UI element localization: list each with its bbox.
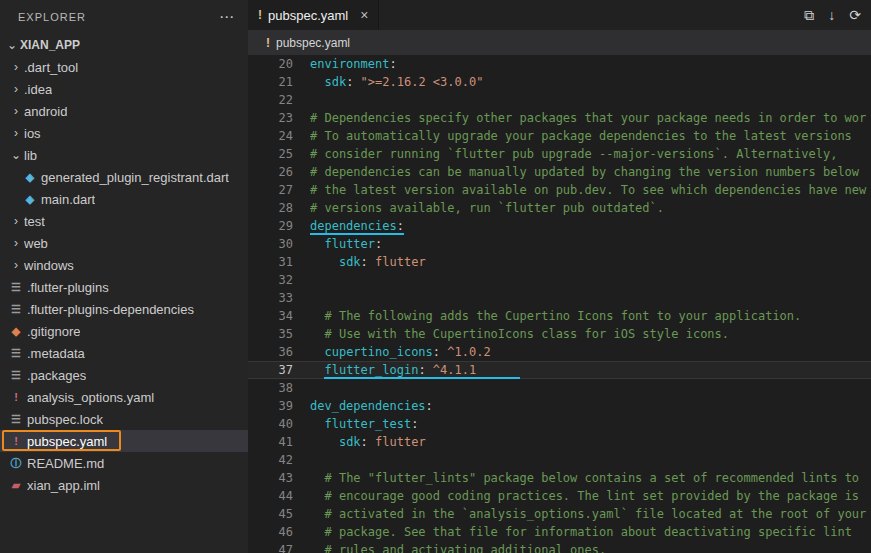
line-number: 23: [248, 109, 310, 127]
line-number: 40: [248, 415, 310, 433]
chevron-right-icon[interactable]: ›: [8, 258, 24, 272]
code-token: ">=2.16.2 <3.0.0": [361, 75, 484, 89]
breadcrumb[interactable]: ! pubspec.yaml: [248, 30, 871, 55]
breadcrumb-label: pubspec.yaml: [276, 36, 350, 50]
code-line-39[interactable]: 39dev_dependencies:: [248, 397, 871, 415]
line-number: 33: [248, 289, 310, 307]
code-line-40[interactable]: 40 flutter_test:: [248, 415, 871, 433]
sidebar-item-ios[interactable]: ›ios: [0, 122, 248, 144]
explorer-header: EXPLORER ⋯: [0, 0, 248, 34]
code-line-30[interactable]: 30 flutter:: [248, 235, 871, 253]
chevron-down-icon[interactable]: ⌄: [4, 38, 20, 52]
code-token: [310, 75, 324, 89]
download-icon[interactable]: ↓: [828, 7, 835, 23]
code-line-22[interactable]: 22: [248, 91, 871, 109]
sidebar-item-analysis-options-yaml[interactable]: !analysis_options.yaml: [0, 386, 248, 408]
sidebar-item-main-dart[interactable]: ◈main.dart: [0, 188, 248, 210]
code-token: flutter: [375, 255, 426, 269]
code-line-35[interactable]: 35 # Use with the CupertinoIcons class f…: [248, 325, 871, 343]
code-line-46[interactable]: 46 # package. See that file for informat…: [248, 523, 871, 541]
sidebar-item-test[interactable]: ›test: [0, 210, 248, 232]
code-line-27[interactable]: 27# the latest version available on pub.…: [248, 181, 871, 199]
config-file-icon: ☰: [8, 347, 24, 360]
code-editor[interactable]: 20environment:21 sdk: ">=2.16.2 <3.0.0"2…: [248, 55, 871, 553]
code-token: # To automatically upgrade your package …: [310, 129, 852, 143]
sidebar-item-pubspec-yaml[interactable]: !pubspec.yaml: [0, 430, 248, 452]
chevron-right-icon[interactable]: ›: [8, 126, 24, 140]
file-name: android: [24, 104, 67, 119]
code-line-26[interactable]: 26# dependencies can be manually updated…: [248, 163, 871, 181]
file-name: .packages: [27, 368, 86, 383]
tab-pubspec-yaml[interactable]: ! pubspec.yaml ×: [248, 0, 379, 30]
file-name: test: [24, 214, 45, 229]
sidebar-item-windows[interactable]: ›windows: [0, 254, 248, 276]
code-line-24[interactable]: 24# To automatically upgrade your packag…: [248, 127, 871, 145]
code-line-34[interactable]: 34 # The following adds the Cupertino Ic…: [248, 307, 871, 325]
refresh-icon[interactable]: ⟳: [849, 7, 861, 23]
dart-file-icon: ◈: [22, 193, 38, 206]
code-line-23[interactable]: 23# Dependencies specify other packages …: [248, 109, 871, 127]
code-line-31[interactable]: 31 sdk: flutter: [248, 253, 871, 271]
open-changes-icon[interactable]: ⧉: [804, 7, 814, 24]
code-content: dependencies:: [310, 217, 871, 235]
code-line-36[interactable]: 36 cupertino_icons: ^1.0.2: [248, 343, 871, 361]
close-icon[interactable]: ×: [360, 7, 368, 23]
code-token: [310, 435, 339, 449]
code-token: sdk: [339, 255, 361, 269]
sidebar-item-generated-plugin-registrant-dart[interactable]: ◈generated_plugin_registrant.dart: [0, 166, 248, 188]
chevron-down-icon[interactable]: ⌄: [8, 148, 24, 162]
code-token: [310, 309, 324, 323]
sidebar-root-folder[interactable]: ⌄ XIAN_APP: [0, 34, 248, 56]
file-name: pubspec.lock: [27, 412, 103, 427]
code-line-29[interactable]: 29dependencies:: [248, 217, 871, 235]
chevron-right-icon[interactable]: ›: [8, 104, 24, 118]
sidebar-item-dart-tool[interactable]: ›.dart_tool: [0, 56, 248, 78]
code-line-47[interactable]: 47 # rules and activating additional one…: [248, 541, 871, 553]
sidebar-item-flutter-plugins-dependencies[interactable]: ☰.flutter-plugins-dependencies: [0, 298, 248, 320]
more-actions-icon[interactable]: ⋯: [219, 12, 234, 22]
sidebar-item-flutter-plugins[interactable]: ☰.flutter-plugins: [0, 276, 248, 298]
code-content: flutter_test:: [310, 415, 871, 433]
sidebar-item-idea[interactable]: ›.idea: [0, 78, 248, 100]
sidebar-item-packages[interactable]: ☰.packages: [0, 364, 248, 386]
code-line-44[interactable]: 44 # encourage good coding practices. Th…: [248, 487, 871, 505]
code-content: # versions available, run `flutter pub o…: [310, 199, 871, 217]
code-token: [310, 327, 324, 341]
sidebar-item-android[interactable]: ›android: [0, 100, 248, 122]
code-line-42[interactable]: 42: [248, 451, 871, 469]
code-content: [310, 451, 871, 469]
chevron-right-icon[interactable]: ›: [8, 60, 24, 74]
line-number: 22: [248, 91, 310, 109]
code-line-45[interactable]: 45 # activated in the `analysis_options.…: [248, 505, 871, 523]
code-line-32[interactable]: 32: [248, 271, 871, 289]
code-line-28[interactable]: 28# versions available, run `flutter pub…: [248, 199, 871, 217]
line-number: 31: [248, 253, 310, 271]
sidebar-item-metadata[interactable]: ☰.metadata: [0, 342, 248, 364]
code-line-41[interactable]: 41 sdk: flutter: [248, 433, 871, 451]
annotation-underline: ^4.1.1: [433, 363, 476, 379]
line-number: 21: [248, 73, 310, 91]
sidebar-item-readme-md[interactable]: ⓘREADME.md: [0, 452, 248, 474]
sidebar-item-web[interactable]: ›web: [0, 232, 248, 254]
sidebar-item-lib[interactable]: ⌄lib: [0, 144, 248, 166]
chevron-right-icon[interactable]: ›: [8, 214, 24, 228]
sidebar-item-pubspec-lock[interactable]: ☰pubspec.lock: [0, 408, 248, 430]
chevron-right-icon[interactable]: ›: [8, 82, 24, 96]
sidebar-item-gitignore[interactable]: ◆.gitignore: [0, 320, 248, 342]
code-content: sdk: flutter: [310, 253, 871, 271]
code-line-43[interactable]: 43 # The "flutter_lints" package below c…: [248, 469, 871, 487]
chevron-right-icon[interactable]: ›: [8, 236, 24, 250]
code-line-38[interactable]: 38: [248, 379, 871, 397]
code-line-25[interactable]: 25# consider running `flutter pub upgrad…: [248, 145, 871, 163]
code-line-21[interactable]: 21 sdk: ">=2.16.2 <3.0.0": [248, 73, 871, 91]
code-line-37[interactable]: 37 flutter_login: ^4.1.1: [248, 361, 871, 379]
sidebar-item-xian-app-iml[interactable]: ▰xian_app.iml: [0, 474, 248, 496]
code-line-20[interactable]: 20environment:: [248, 55, 871, 73]
line-number: 47: [248, 541, 310, 553]
code-line-33[interactable]: 33: [248, 289, 871, 307]
iml-file-icon: ▰: [8, 479, 24, 492]
code-token: [310, 345, 324, 359]
info-icon: ⓘ: [8, 456, 24, 471]
code-content: sdk: ">=2.16.2 <3.0.0": [310, 73, 871, 91]
line-number: 36: [248, 343, 310, 361]
